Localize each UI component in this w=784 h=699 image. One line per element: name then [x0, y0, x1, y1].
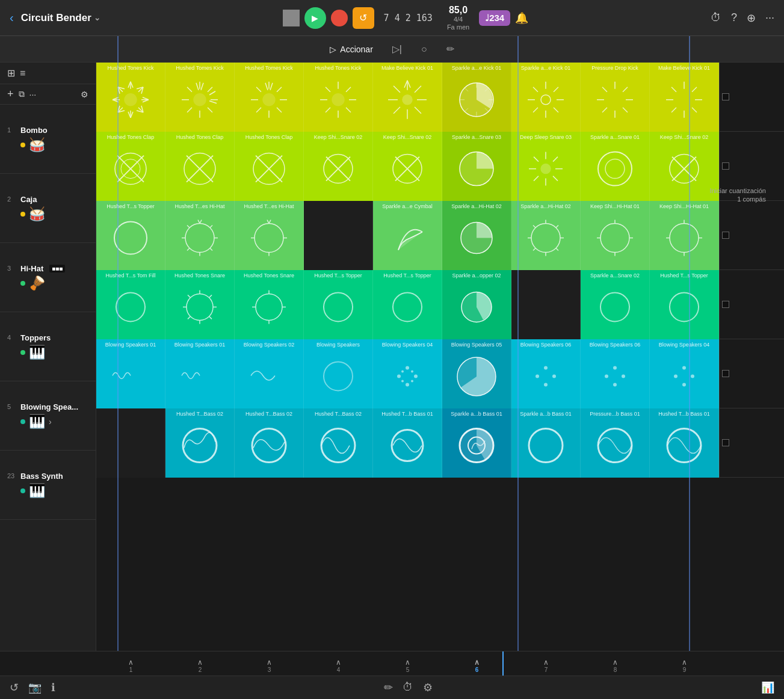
clip-cell[interactable]: Keep Shi...Snare 02	[304, 132, 373, 201]
clip-cell[interactable]: Hushed T...s Tom Fill	[96, 270, 165, 339]
quantize-value[interactable]: 1 compás	[737, 196, 766, 203]
clip-cell-playing[interactable]: Sparkle a...Hi-Hat 02	[442, 201, 511, 270]
clip-cell[interactable]: Sparkle a...Hi-Hat 02	[511, 201, 581, 270]
clip-cell[interactable]: Hushed T...es Hi-Hat	[235, 201, 304, 270]
clip-cell[interactable]: Sparkle a...e Kick 01	[511, 63, 581, 132]
track-stop-square-bombo[interactable]	[722, 93, 729, 100]
tool-skip-icon[interactable]: ▷|	[387, 41, 407, 57]
clip-cell[interactable]: Keep Shi...Hi-Hat 01	[650, 201, 719, 270]
scene-number[interactable]: ♩234	[479, 10, 510, 26]
waveform-button[interactable]: 📊	[761, 681, 774, 694]
clip-cell[interactable]: Blowing Speakers 02	[235, 339, 304, 408]
clip-cell[interactable]: Hushed Tones Snare	[235, 270, 304, 339]
clip-cell[interactable]: Keep Shi...Hi-Hat 01	[581, 201, 650, 270]
clip-cell[interactable]: Hushed T...b Bass 01	[650, 408, 719, 478]
svg-line-47	[270, 82, 273, 90]
metronome-button[interactable]: 🔔	[515, 11, 528, 25]
clip-cell[interactable]: Blowing Speakers 06	[511, 339, 581, 408]
help-icon[interactable]: ?	[731, 11, 737, 24]
clip-cell[interactable]: Keep Shi...Snare 02	[650, 132, 719, 201]
clip-cell[interactable]: Hushed Tones Kick	[96, 63, 165, 132]
clip-cell[interactable]: Blowing Speakers 01	[96, 339, 165, 408]
clip-cell[interactable]: Hushed T...s Topper	[304, 270, 373, 339]
clip-cell-empty[interactable]	[96, 408, 165, 478]
project-name[interactable]: Circuit Bender ⌄	[21, 12, 100, 24]
clip-cell[interactable]: Keep Shi...Snare 02	[373, 132, 442, 201]
duplicate-button[interactable]: ⧉	[19, 89, 25, 99]
clip-cell[interactable]: Hushed Tones Kick	[304, 63, 373, 132]
loop-button[interactable]: ↺	[353, 7, 374, 29]
more-button[interactable]: ···	[765, 11, 774, 24]
clip-cell[interactable]: Hushed Tomes Kick	[235, 63, 304, 132]
clip-cell[interactable]: Hushed T...Bass 02	[304, 408, 373, 478]
track-icon-blowing[interactable]: 🎹	[29, 414, 45, 430]
track-stop-square-bass[interactable]	[722, 439, 729, 446]
clip-cell-playing[interactable]: Sparkle a...e Kick 01	[442, 63, 511, 132]
clock-tool-button[interactable]: ⏱	[403, 681, 413, 694]
track-stop-square-caja[interactable]	[722, 162, 729, 170]
clip-cell[interactable]: Hushed T...es Hi-Hat	[165, 201, 235, 270]
info-button[interactable]: ℹ	[51, 681, 55, 694]
stop-button[interactable]	[283, 10, 300, 26]
clip-cell[interactable]: Blowing Speakers 04	[650, 339, 719, 408]
list-view-button[interactable]: ≡	[20, 68, 25, 79]
clip-cell[interactable]: Hushed T...b Bass 01	[373, 408, 442, 478]
blowing-expand-button[interactable]: ›	[49, 417, 52, 426]
bottom-right-tools: 📊	[761, 681, 774, 694]
snapshot-button[interactable]: 📷	[28, 681, 42, 694]
clip-cell-playing[interactable]: Sparkle a...b Bass 01	[442, 408, 511, 478]
tool-pencil-icon[interactable]: ✏	[442, 41, 459, 57]
track-icon-bass[interactable]: 🎹	[29, 483, 45, 499]
clip-cell[interactable]: Deep Sleep Snare 03	[511, 132, 581, 201]
track-stop-square-toppers[interactable]	[722, 301, 729, 308]
track-icon-bombo[interactable]: 🥁	[29, 137, 45, 153]
clip-cell[interactable]: Sparkle a...b Bass 01	[511, 408, 581, 478]
clip-cell[interactable]: Sparkle a...Snare 02	[581, 270, 650, 339]
clip-cell[interactable]: Make Believe Kick 01	[650, 63, 719, 132]
track-icon-caja[interactable]: 🥁	[29, 206, 45, 222]
record-button[interactable]	[331, 10, 348, 26]
clip-cell[interactable]: Blowing Speakers 04	[373, 339, 442, 408]
clip-cell[interactable]: Blowing Speakers	[304, 339, 373, 408]
clip-cell[interactable]: Hushed T...s Topper	[373, 270, 442, 339]
clip-cell[interactable]: Hushed Tones Clap	[165, 132, 235, 201]
track-stop-square-blowing[interactable]	[722, 370, 729, 377]
clip-cell[interactable]: Pressure...b Bass 01	[581, 408, 650, 478]
clip-cell[interactable]: Make Believe Kick 01	[373, 63, 442, 132]
track-more-button[interactable]: ···	[29, 90, 37, 99]
accionar-button[interactable]: ▷ Accionar	[325, 42, 377, 57]
clip-cell[interactable]: Hushed T...s Topper	[650, 270, 719, 339]
add-track-button[interactable]: +	[7, 88, 14, 100]
clip-cell-empty[interactable]	[511, 270, 581, 339]
back-button[interactable]: ‹	[10, 11, 14, 25]
track-settings-button[interactable]: ⚙	[81, 90, 88, 99]
sliders-tool-button[interactable]: ⚙	[423, 681, 433, 694]
track-icon-toppers[interactable]: 🎹	[29, 345, 45, 360]
pencil-tool-button[interactable]: ✏	[384, 681, 393, 694]
clip-cell[interactable]: Hushed Tones Clap	[235, 132, 304, 201]
clip-cell-playing[interactable]: Blowing Speakers 05	[442, 339, 511, 408]
clip-cell[interactable]: Hushed Tomes Kick	[165, 63, 235, 132]
clip-cell[interactable]: Hushed T...Bass 02	[165, 408, 235, 478]
add-icon[interactable]: ⊕	[747, 11, 756, 25]
clip-cell[interactable]: Hushed T...Bass 02	[235, 408, 304, 478]
clip-cell[interactable]: Hushed Tones Clap	[96, 132, 165, 201]
track-icon-hihat[interactable]: 🪘	[29, 276, 45, 291]
clip-cell[interactable]: Pressure Drop Kick	[581, 63, 650, 132]
timeline-marker-6[interactable]: ∧ 6	[442, 658, 511, 676]
track-stop-square-hihat[interactable]	[722, 232, 729, 239]
clip-cell[interactable]: Sparkle a...e Cymbal	[373, 201, 442, 270]
clip-cell-playing[interactable]: Sparkle a...opper 02	[442, 270, 511, 339]
tool-circle-icon[interactable]: ○	[416, 42, 432, 57]
play-button[interactable]: ▶	[304, 7, 326, 29]
clip-cell-empty[interactable]	[304, 201, 373, 270]
grid-view-button[interactable]: ⊞	[7, 67, 15, 79]
loop-record-button[interactable]: ↺	[10, 681, 19, 694]
clip-cell[interactable]: Sparkle a...Snare 01	[581, 132, 650, 201]
clip-cell[interactable]: Hushed T...s Topper	[96, 201, 165, 270]
clip-cell[interactable]: Blowing Speakers 01	[165, 339, 235, 408]
clip-cell[interactable]: Hushed Tones Snare	[165, 270, 235, 339]
clip-cell[interactable]: Blowing Speakers 06	[581, 339, 650, 408]
settings-icon[interactable]: ⏱	[711, 11, 721, 24]
clip-cell-playing[interactable]: Sparkle a...Snare 03	[442, 132, 511, 201]
